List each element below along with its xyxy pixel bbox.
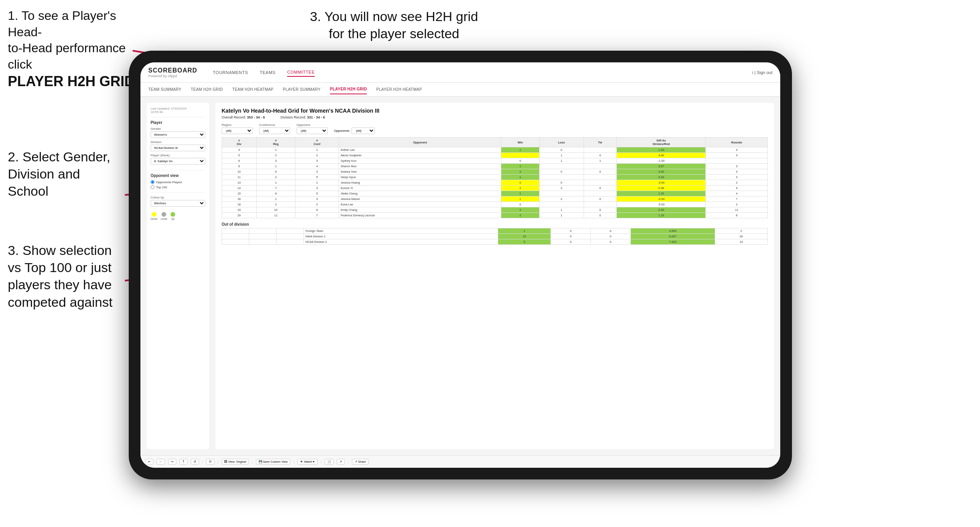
table-cell: 3 xyxy=(706,164,768,169)
ood-table: Foreign Team1004.5002NAIA Division 11500… xyxy=(222,228,768,245)
division-select[interactable]: NCAA Division III NCAA Division I NCAA D… xyxy=(151,145,205,151)
opponent-view-radios: Opponents Played Top 100 xyxy=(151,180,205,189)
table-cell: 2 xyxy=(256,153,295,158)
instruction-top-left: 1. To see a Player's Head- to-Head perfo… xyxy=(8,8,140,91)
instruction-line1: 1. To see a Player's Head- xyxy=(8,9,116,39)
colour-dot-down xyxy=(152,212,156,217)
toolbar-sep2: | xyxy=(218,460,218,463)
toolbar-refresh[interactable]: ↺ xyxy=(191,459,199,465)
toolbar-redo[interactable]: ↪ xyxy=(168,459,176,465)
table-cell: 1 xyxy=(539,213,584,218)
table-cell: -0.94 xyxy=(617,196,706,202)
table-cell: 7 xyxy=(295,213,339,218)
player-rank-select[interactable]: 8. Katelyn Vo xyxy=(151,158,205,164)
instruction-bold: PLAYER H2H GRID xyxy=(8,73,135,89)
subnav-team-summary[interactable]: TEAM SUMMARY xyxy=(148,85,181,94)
toolbar-top[interactable]: ⤒ xyxy=(179,459,188,465)
table-cell: 3 xyxy=(295,158,339,164)
table-cell: 2 xyxy=(706,202,768,207)
ood-table-cell: 15 xyxy=(498,234,551,239)
table-cell: 3 xyxy=(295,196,339,202)
table-cell: 4 xyxy=(295,186,339,191)
ood-table-cell: 1 xyxy=(498,228,551,234)
table-cell: Euna Lee xyxy=(339,202,501,207)
toolbar-view-original[interactable]: 🖼 View: Original xyxy=(222,459,249,465)
table-cell: 5 xyxy=(295,191,339,196)
toolbar-save-custom-view[interactable]: 💾 Save Custom View xyxy=(256,459,290,465)
table-cell: 2 xyxy=(501,186,539,191)
table-cell: Emily Chang xyxy=(339,207,501,213)
table-cell: 1 xyxy=(295,180,339,186)
table-cell: 1 xyxy=(295,147,339,153)
subnav-team-h2h-heatmap[interactable]: TEAM H2H HEATMAP xyxy=(232,85,273,94)
ood-table-cell: 0 xyxy=(551,234,591,239)
table-cell: 3 xyxy=(706,153,768,158)
table-cell: 10 xyxy=(222,169,257,175)
toolbar-layout[interactable]: ⬜ xyxy=(325,459,334,465)
table-cell: 7 xyxy=(706,196,768,202)
last-updated: Last Updated: 27/03/202416:55:38 xyxy=(151,107,205,114)
toolbar-undo[interactable]: ↩ xyxy=(145,459,153,465)
ood-table-cell xyxy=(222,234,249,239)
instruction-top-right: 3. You will now see H2H gridfor the play… xyxy=(296,8,492,42)
table-cell: Eunice Yi xyxy=(339,186,501,191)
region-filter-select[interactable]: (All) xyxy=(222,127,253,134)
toolbar-clock[interactable]: ⏱ xyxy=(206,459,215,465)
table-cell: 11 xyxy=(222,175,257,180)
subnav-player-h2h-grid[interactable]: PLAYER H2H GRID xyxy=(330,85,367,94)
table-cell: 11 xyxy=(706,207,768,213)
table-cell: 1 xyxy=(539,153,584,158)
colour-by-select[interactable]: Win/loss xyxy=(151,200,205,207)
th-win: Win xyxy=(501,138,539,147)
gender-select[interactable]: Women's Men's xyxy=(151,131,205,138)
nav-committee[interactable]: COMMITTEE xyxy=(287,68,315,77)
table-cell: 0 xyxy=(584,169,617,175)
subnav-player-summary[interactable]: PLAYER SUMMARY xyxy=(283,85,321,94)
colour-label-level: Level xyxy=(161,218,167,220)
toolbar-watch[interactable]: 👁 Watch ▾ xyxy=(297,459,317,465)
th-rounds: Rounds xyxy=(706,138,768,147)
navbar: SCOREBOARD Powered by clippd TOURNAMENTS… xyxy=(140,62,780,83)
table-cell: -5.00 xyxy=(617,202,706,207)
table-cell: 1 xyxy=(501,147,539,153)
table-cell xyxy=(584,147,617,153)
player-section-title: Player xyxy=(151,120,205,125)
opponents-value-select[interactable]: (All) xyxy=(352,127,375,134)
opponent-filter-select[interactable]: (All) xyxy=(296,127,328,134)
toolbar-back[interactable]: ← xyxy=(156,459,165,465)
nav-sign-in[interactable]: i | Sign out xyxy=(752,70,772,75)
table-cell: 0 xyxy=(584,196,617,202)
left-panel: Last Updated: 27/03/202416:55:38 Player … xyxy=(147,103,209,449)
radio-opponents-played[interactable]: Opponents Played xyxy=(151,180,205,184)
toolbar-share[interactable]: ↗ Share xyxy=(352,459,369,465)
ood-table-cell: 0 xyxy=(591,239,630,245)
table-cell: 13 xyxy=(222,180,257,186)
toolbar-sep3: | xyxy=(252,460,253,463)
ood-table-cell: 10 xyxy=(715,239,768,245)
table-cell: 1 xyxy=(501,164,539,169)
ood-table-cell: 0 xyxy=(551,228,591,234)
table-cell: 0 xyxy=(501,158,539,164)
table-cell: 1 xyxy=(256,180,295,186)
table-cell: 0 xyxy=(539,147,584,153)
toolbar-share-icon[interactable]: ↗ xyxy=(337,459,345,465)
nav-tournaments[interactable]: TOURNAMENTS xyxy=(213,69,248,76)
nav-teams[interactable]: TEAMS xyxy=(260,69,275,76)
table-cell: 0 xyxy=(584,207,617,213)
conference-filter-select[interactable]: (All) xyxy=(259,127,290,134)
right-panel: Katelyn Vo Head-to-Head Grid for Women's… xyxy=(215,103,774,449)
table-cell: 0.30 xyxy=(617,207,706,213)
toolbar-sep6: | xyxy=(348,460,349,463)
table-cell: 1 xyxy=(501,175,539,180)
table-cell: 2 xyxy=(706,180,768,186)
subnav-team-h2h-grid[interactable]: TEAM H2H GRID xyxy=(191,85,223,94)
colour-by-label: Colour by xyxy=(151,196,205,199)
subnav-player-h2h-heatmap[interactable]: PLAYER H2H HEATMAP xyxy=(376,85,422,94)
table-cell: 3 xyxy=(222,147,257,153)
grid-records: Overall Record: 353 - 34 - 6 Division Re… xyxy=(222,115,768,119)
ood-table-cell: 7.400 xyxy=(630,239,715,245)
nav-logo: SCOREBOARD Powered by clippd xyxy=(148,67,197,78)
division-record: Division Record: 331 - 34 - 6 xyxy=(281,115,325,119)
table-cell: Andrea York xyxy=(339,169,501,175)
radio-top-100[interactable]: Top 100 xyxy=(151,185,205,189)
